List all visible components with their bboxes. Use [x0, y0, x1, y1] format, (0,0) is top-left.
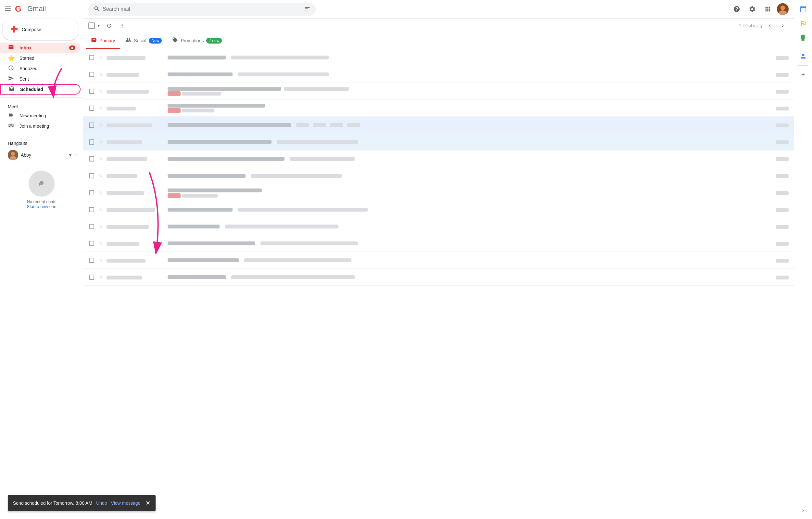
select-dropdown-button[interactable]: ▾ — [95, 21, 102, 30]
row-star[interactable]: ☆ — [97, 71, 104, 78]
email-row[interactable]: ☆ — [83, 151, 794, 167]
row-time — [769, 139, 789, 144]
tasks-icon-button[interactable] — [797, 17, 810, 30]
row-checkbox[interactable] — [88, 207, 95, 213]
row-time — [769, 190, 789, 195]
more-options-button[interactable] — [116, 20, 128, 31]
email-row[interactable]: ☆ — [83, 100, 794, 117]
row-checkbox[interactable] — [88, 156, 95, 162]
email-row[interactable]: ☆ — [83, 218, 794, 235]
hangouts-add-icon[interactable]: + — [74, 152, 78, 159]
row-star[interactable]: ☆ — [97, 122, 104, 128]
sidebar: G Gmail ✚ Compose Inbox ■ ⭐ Starred — [0, 0, 83, 519]
row-star[interactable]: ☆ — [97, 88, 104, 94]
sidebar-item-sent[interactable]: Sent — [0, 74, 81, 84]
tab-promotions[interactable]: Promotions 7 new — [167, 33, 227, 49]
row-checkbox[interactable] — [88, 105, 95, 111]
row-sender — [107, 224, 165, 229]
email-row[interactable]: ☆ — [83, 83, 794, 100]
row-star[interactable]: ☆ — [97, 274, 104, 280]
sidebar-item-join-meeting[interactable]: Join a meeting — [0, 121, 81, 131]
row-star[interactable]: ☆ — [97, 156, 104, 162]
row-checkbox[interactable] — [88, 88, 95, 94]
toast-view-message-button[interactable]: View message — [111, 500, 141, 506]
row-sender — [107, 207, 165, 212]
row-checkbox[interactable] — [88, 139, 95, 145]
add-app-button[interactable]: + — [797, 68, 810, 81]
row-star[interactable]: ☆ — [97, 257, 104, 264]
contacts-icon-button[interactable] — [797, 50, 810, 63]
tab-primary[interactable]: Primary — [86, 33, 120, 49]
right-panel-divider2 — [798, 65, 808, 66]
toast-undo-button[interactable]: Undo — [96, 500, 107, 506]
row-star[interactable]: ☆ — [97, 189, 104, 196]
scheduled-label: Scheduled — [20, 87, 75, 92]
sidebar-item-inbox[interactable]: Inbox ■ — [0, 43, 81, 53]
meet-divider — [0, 134, 83, 134]
compose-button[interactable]: ✚ Compose — [3, 19, 78, 40]
refresh-button[interactable] — [103, 20, 115, 31]
email-row[interactable]: ☆ — [83, 134, 794, 151]
sidebar-item-scheduled[interactable]: Scheduled — [0, 84, 81, 94]
row-sender — [107, 139, 165, 145]
row-checkbox[interactable] — [88, 257, 95, 264]
row-star[interactable]: ☆ — [97, 207, 104, 213]
row-checkbox[interactable] — [88, 54, 95, 61]
profile-avatar[interactable] — [777, 3, 789, 15]
next-page-button[interactable] — [777, 20, 789, 31]
search-bar[interactable] — [88, 3, 316, 16]
row-star[interactable]: ☆ — [97, 54, 104, 61]
select-all-checkbox[interactable] — [88, 22, 95, 29]
row-content — [168, 56, 766, 59]
search-input[interactable] — [103, 6, 301, 12]
compose-label: Compose — [22, 27, 41, 32]
keep-icon-button[interactable] — [797, 31, 810, 44]
row-checkbox[interactable] — [88, 71, 95, 78]
row-star[interactable]: ☆ — [97, 223, 104, 230]
row-sender — [107, 156, 165, 162]
row-star[interactable]: ☆ — [97, 105, 104, 111]
row-star[interactable]: ☆ — [97, 172, 104, 179]
no-chats-text: No recent chats — [27, 199, 56, 204]
row-content — [168, 87, 766, 96]
star-icon: ⭐ — [8, 55, 14, 62]
toast-close-button[interactable]: ✕ — [146, 499, 150, 507]
prev-page-button[interactable] — [764, 20, 776, 31]
email-row[interactable]: ☆ — [83, 201, 794, 218]
email-row[interactable]: ☆ — [83, 66, 794, 83]
sent-icon — [8, 75, 14, 83]
row-checkbox[interactable] — [88, 223, 95, 230]
email-row[interactable]: ☆ — [83, 167, 794, 184]
sidebar-item-starred[interactable]: ⭐ Starred — [0, 53, 81, 63]
row-checkbox[interactable] — [88, 240, 95, 247]
pagination-text: 1–50 of many — [739, 23, 763, 28]
sent-label: Sent — [20, 76, 75, 82]
email-row[interactable]: ☆ — [83, 184, 794, 201]
row-star[interactable]: ☆ — [97, 240, 104, 247]
email-row[interactable]: ☆ — [83, 269, 794, 286]
calendar-icon-button[interactable] — [797, 3, 810, 16]
help-button[interactable] — [730, 3, 743, 16]
sidebar-item-snoozed[interactable]: Snoozed — [0, 63, 81, 74]
row-checkbox[interactable] — [88, 274, 95, 280]
row-checkbox[interactable] — [88, 189, 95, 196]
row-sender — [107, 173, 165, 179]
tab-social[interactable]: Social New — [120, 33, 167, 49]
sidebar-item-new-meeting[interactable]: New meeting — [0, 110, 81, 121]
settings-button[interactable] — [746, 3, 759, 16]
row-checkbox[interactable] — [88, 172, 95, 179]
hangouts-section-header: Hangouts — [0, 137, 83, 147]
row-checkbox[interactable] — [88, 122, 95, 128]
hangouts-user-row[interactable]: Abby ▾ + — [0, 147, 83, 163]
email-row[interactable]: ☆ — [83, 117, 794, 134]
email-row[interactable]: ☆ — [83, 252, 794, 269]
expand-panel-button[interactable]: › — [800, 504, 807, 516]
start-new-chat-link[interactable]: Start a new one — [27, 204, 56, 209]
filter-icon[interactable] — [304, 5, 311, 13]
email-row[interactable]: ☆ — [83, 49, 794, 66]
email-row[interactable]: ☆ — [83, 235, 794, 252]
apps-button[interactable] — [761, 3, 774, 16]
hamburger-menu[interactable] — [3, 4, 13, 13]
row-star[interactable]: ☆ — [97, 139, 104, 145]
row-content — [168, 224, 766, 228]
